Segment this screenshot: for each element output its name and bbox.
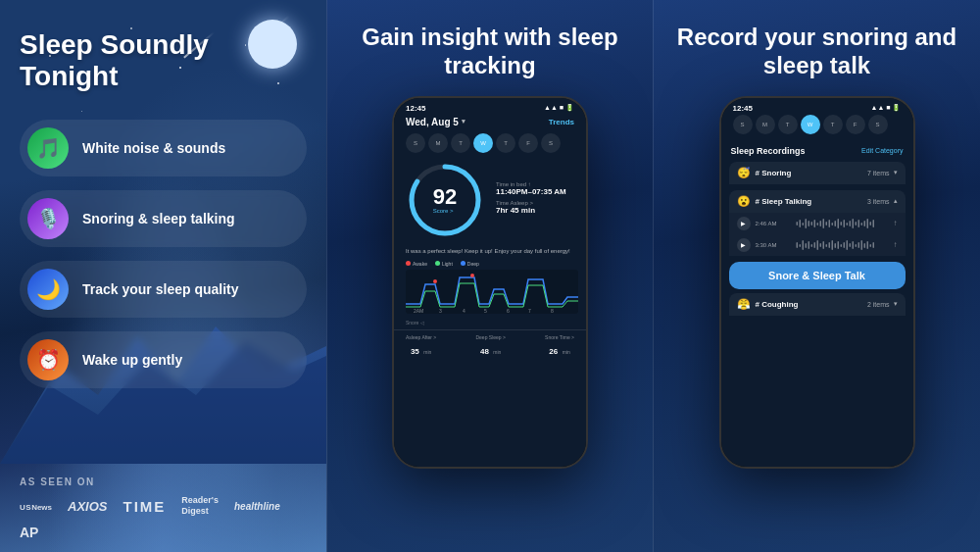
ap-logo: AP bbox=[20, 525, 38, 540]
score-number: 92 Score > bbox=[433, 186, 457, 214]
svg-rect-64 bbox=[863, 243, 865, 248]
chart-legend: Awake Light Deep bbox=[406, 261, 574, 267]
svg-rect-29 bbox=[840, 222, 842, 226]
day-pills-2: S M T W T F S bbox=[394, 133, 586, 161]
play-button-2[interactable]: ▶ bbox=[737, 238, 751, 252]
score-area: 92 Score > Time in bed ↑ 11:40PM–07:35 A… bbox=[394, 161, 586, 247]
phone-status-bar-2: 12:45 ▲▲ ■ 🔋 bbox=[394, 98, 586, 115]
svg-rect-17 bbox=[805, 219, 807, 228]
legend-deep: Deep bbox=[461, 261, 479, 267]
stat-deep-sleep: Deep Sleep > 48 min bbox=[475, 334, 505, 358]
phone-time-3: 12:45 bbox=[733, 104, 753, 113]
svg-text:6: 6 bbox=[507, 308, 510, 314]
feature-item-wake-up: ⏰ Wake up gently bbox=[20, 331, 307, 388]
svg-rect-15 bbox=[799, 220, 801, 227]
signal-icons-3: ▲▲ ■ 🔋 bbox=[871, 104, 902, 112]
phone-time-2: 12:45 bbox=[406, 104, 425, 113]
day3-F: F bbox=[846, 115, 865, 134]
chart-snore-label: Snore ◁ bbox=[406, 320, 574, 326]
time-asleep-row: Time Asleep > 7hr 45 min bbox=[496, 200, 574, 215]
svg-rect-50 bbox=[822, 241, 824, 249]
day-W: W bbox=[473, 133, 493, 153]
svg-text:5: 5 bbox=[484, 308, 487, 314]
stat-asleep-after: Asleep After > 35 min bbox=[406, 334, 436, 358]
recording-row-1: ▶ 2:46 AM bbox=[729, 213, 906, 234]
readers-digest-logo: Reader'sDigest bbox=[181, 495, 219, 517]
waveform-1 bbox=[782, 218, 889, 229]
phone-screen-3: 12:45 ▲▲ ■ 🔋 S M T W T F S Sleep Recordi… bbox=[721, 98, 913, 467]
day-T1: T bbox=[451, 133, 470, 153]
svg-rect-46 bbox=[810, 244, 812, 247]
phone-bottom-stats: Asleep After > 35 min Deep Sleep > 48 mi… bbox=[394, 329, 586, 362]
svg-rect-33 bbox=[852, 219, 854, 228]
share-icon-1[interactable]: ↑ bbox=[894, 219, 898, 227]
svg-text:4: 4 bbox=[463, 308, 466, 314]
white-noise-icon: 🎵 bbox=[27, 127, 69, 169]
day-M: M bbox=[428, 133, 448, 153]
svg-rect-30 bbox=[843, 220, 845, 227]
time-in-bed-value: 11:40PM–07:35 AM bbox=[496, 187, 574, 196]
svg-rect-63 bbox=[860, 240, 862, 250]
snoring-icon: 🎙️ bbox=[27, 198, 69, 239]
edit-category-btn[interactable]: Edit Category bbox=[861, 147, 903, 154]
svg-rect-45 bbox=[808, 241, 809, 249]
trends-label: Trends bbox=[549, 118, 574, 126]
svg-rect-19 bbox=[810, 222, 812, 226]
svg-rect-27 bbox=[834, 221, 836, 226]
day-pills-3: S M T W T F S bbox=[721, 115, 913, 142]
sleep-talking-group-header: 😮 # Sleep Talking 3 items ▴ bbox=[729, 190, 906, 213]
panel-3-title: Record your snoring and sleep talk bbox=[669, 24, 964, 80]
svg-rect-31 bbox=[846, 223, 848, 226]
panel-1-title: Sleep Soundly Tonight bbox=[20, 29, 307, 92]
svg-rect-65 bbox=[866, 241, 868, 249]
phone-screen-2: 12:45 ▲▲ ■ 🔋 Wed, Aug 5 ▾ Trends S M T W… bbox=[394, 98, 586, 467]
feature-item-track-sleep: 🌙 Track your sleep quality bbox=[20, 261, 307, 318]
svg-rect-32 bbox=[849, 221, 851, 226]
media-logos: USNews AXIOS TIME Reader'sDigest healthl… bbox=[20, 495, 307, 540]
panel-2: Gain insight with sleep tracking 12:45 ▲… bbox=[326, 0, 654, 552]
svg-rect-16 bbox=[802, 223, 804, 226]
svg-rect-61 bbox=[855, 244, 857, 247]
share-icon-2[interactable]: ↑ bbox=[894, 240, 898, 249]
legend-awake: Awake bbox=[406, 261, 427, 267]
play-button-1[interactable]: ▶ bbox=[737, 217, 751, 230]
svg-rect-21 bbox=[816, 223, 818, 226]
svg-rect-18 bbox=[808, 221, 809, 226]
score-label: Score > bbox=[433, 208, 457, 214]
sleep-talking-emoji: 😮 bbox=[737, 195, 751, 208]
coughing-group: 😤 # Coughing 2 items ▾ bbox=[729, 293, 906, 316]
sleep-chart: Awake Light Deep bbox=[394, 261, 586, 326]
as-seen-on-section: AS SEEN ON USNews AXIOS TIME Reader'sDig… bbox=[20, 477, 307, 540]
phone-status-bar-3: 12:45 ▲▲ ■ 🔋 bbox=[721, 98, 913, 115]
rec-time-2: 3:30 AM bbox=[756, 242, 777, 248]
svg-text:3: 3 bbox=[439, 308, 442, 314]
rec-time-1: 2:46 AM bbox=[756, 221, 777, 226]
svg-rect-28 bbox=[837, 219, 839, 228]
svg-rect-67 bbox=[872, 242, 874, 248]
panel-1: Sleep Soundly Tonight 🎵 White noise & so… bbox=[0, 0, 326, 552]
wake-up-text: Wake up gently bbox=[82, 352, 182, 368]
svg-rect-51 bbox=[825, 244, 827, 247]
svg-rect-59 bbox=[849, 243, 851, 247]
wake-up-icon: ⏰ bbox=[27, 339, 69, 380]
svg-rect-40 bbox=[872, 220, 874, 227]
recording-row-2: ▶ 3:30 AM bbox=[729, 234, 906, 256]
stat-snore-time: Snore Time > 26 min bbox=[545, 334, 574, 358]
sleep-talking-group: 😮 # Sleep Talking 3 items ▴ ▶ 2:46 AM bbox=[729, 190, 906, 256]
recordings-title: Sleep Recordings bbox=[731, 146, 806, 156]
svg-rect-53 bbox=[831, 240, 833, 250]
svg-text:2AM: 2AM bbox=[414, 308, 423, 314]
svg-rect-54 bbox=[834, 243, 836, 248]
svg-rect-20 bbox=[813, 220, 815, 227]
snoring-group-name: # Snoring bbox=[756, 169, 792, 177]
waveform-2 bbox=[782, 239, 889, 251]
svg-rect-22 bbox=[819, 221, 821, 226]
svg-rect-43 bbox=[802, 240, 804, 250]
day3-S2: S bbox=[868, 115, 888, 134]
snoring-group-header: 😴 # Snoring 7 items ▾ bbox=[729, 162, 906, 184]
phone-mockup-2: 12:45 ▲▲ ■ 🔋 Wed, Aug 5 ▾ Trends S M T W… bbox=[392, 96, 588, 469]
svg-rect-39 bbox=[869, 222, 871, 226]
svg-rect-47 bbox=[813, 242, 815, 248]
svg-rect-41 bbox=[796, 242, 798, 248]
svg-rect-14 bbox=[796, 222, 798, 226]
